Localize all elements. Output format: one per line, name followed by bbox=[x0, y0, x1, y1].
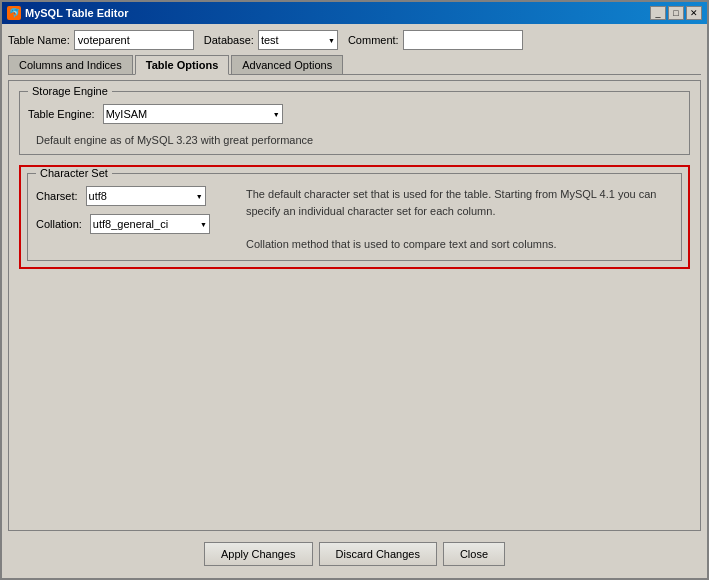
table-name-label: Table Name: bbox=[8, 34, 70, 46]
comment-label: Comment: bbox=[348, 34, 399, 46]
content-area: Table Name: Database: test Comment: Colu… bbox=[2, 24, 707, 578]
tab-columns[interactable]: Columns and Indices bbox=[8, 55, 133, 74]
database-select-wrapper: test bbox=[258, 30, 338, 50]
table-name-group: Table Name: bbox=[8, 30, 194, 50]
comment-input[interactable] bbox=[403, 30, 523, 50]
charset-select-wrapper: utf8 latin1 utf8mb4 ascii bbox=[86, 186, 206, 206]
engine-row: Table Engine: MyISAM InnoDB MEMORY CSV bbox=[28, 104, 681, 124]
discard-button[interactable]: Discard Changes bbox=[319, 542, 437, 566]
table-name-input[interactable] bbox=[74, 30, 194, 50]
apply-button[interactable]: Apply Changes bbox=[204, 542, 313, 566]
storage-engine-legend: Storage Engine bbox=[28, 85, 112, 97]
database-select[interactable]: test bbox=[258, 30, 338, 50]
database-label: Database: bbox=[204, 34, 254, 46]
close-button[interactable]: Close bbox=[443, 542, 505, 566]
title-bar: 🐬 MySQL Table Editor _ □ ✕ bbox=[2, 2, 707, 24]
charset-area: Charset: utf8 latin1 utf8mb4 ascii bbox=[36, 186, 673, 252]
storage-engine-group: Storage Engine Table Engine: MyISAM Inno… bbox=[19, 91, 690, 155]
main-window: 🐬 MySQL Table Editor _ □ ✕ Table Name: D… bbox=[0, 0, 709, 580]
storage-engine-content: Table Engine: MyISAM InnoDB MEMORY CSV D… bbox=[28, 100, 681, 146]
engine-label: Table Engine: bbox=[28, 108, 95, 120]
character-set-group: Character Set Charset: utf8 latin1 bbox=[27, 173, 682, 261]
maximize-button[interactable]: □ bbox=[668, 6, 684, 20]
window-title: MySQL Table Editor bbox=[25, 7, 129, 19]
charset-row: Charset: utf8 latin1 utf8mb4 ascii bbox=[36, 186, 236, 206]
charset-select[interactable]: utf8 latin1 utf8mb4 ascii bbox=[86, 186, 206, 206]
top-row: Table Name: Database: test Comment: bbox=[8, 30, 701, 50]
tab-advanced[interactable]: Advanced Options bbox=[231, 55, 343, 74]
collation-label: Collation: bbox=[36, 218, 82, 230]
title-buttons: _ □ ✕ bbox=[650, 6, 702, 20]
tab-content: Storage Engine Table Engine: MyISAM Inno… bbox=[8, 80, 701, 531]
app-icon: 🐬 bbox=[7, 6, 21, 20]
collation-row: Collation: utf8_general_ci utf8_unicode_… bbox=[36, 214, 236, 234]
engine-description: Default engine as of MySQL 3.23 with gre… bbox=[28, 130, 681, 146]
character-set-content: Charset: utf8 latin1 utf8mb4 ascii bbox=[36, 182, 673, 252]
character-set-legend: Character Set bbox=[36, 167, 112, 179]
database-group: Database: test bbox=[204, 30, 338, 50]
comment-group: Comment: bbox=[348, 30, 523, 50]
title-bar-left: 🐬 MySQL Table Editor bbox=[7, 6, 129, 20]
minimize-button[interactable]: _ bbox=[650, 6, 666, 20]
engine-select[interactable]: MyISAM InnoDB MEMORY CSV bbox=[103, 104, 283, 124]
close-window-button[interactable]: ✕ bbox=[686, 6, 702, 20]
tabs-bar: Columns and Indices Table Options Advanc… bbox=[8, 55, 701, 75]
bottom-bar: Apply Changes Discard Changes Close bbox=[8, 536, 701, 572]
charset-description: The default character set that is used f… bbox=[246, 186, 673, 252]
tab-table-options[interactable]: Table Options bbox=[135, 55, 230, 75]
engine-select-wrapper: MyISAM InnoDB MEMORY CSV bbox=[103, 104, 283, 124]
character-set-highlight: Character Set Charset: utf8 latin1 bbox=[19, 165, 690, 269]
charset-fields: Charset: utf8 latin1 utf8mb4 ascii bbox=[36, 186, 236, 252]
collation-select[interactable]: utf8_general_ci utf8_unicode_ci utf8_bin bbox=[90, 214, 210, 234]
collation-select-wrapper: utf8_general_ci utf8_unicode_ci utf8_bin bbox=[90, 214, 210, 234]
charset-label: Charset: bbox=[36, 190, 78, 202]
